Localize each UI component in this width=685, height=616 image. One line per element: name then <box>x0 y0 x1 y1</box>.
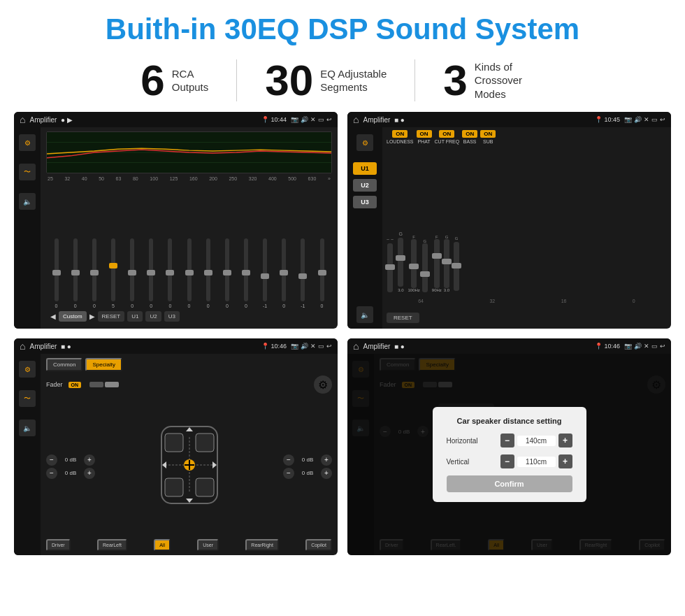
eq-icon-2[interactable]: ⚙ <box>356 134 373 151</box>
u1-btn[interactable]: U1 <box>353 162 377 175</box>
dialog-overlay: Car speaker distance setting Horizontal … <box>347 354 671 555</box>
home-icon[interactable]: ⌂ <box>20 114 25 125</box>
home-icon-3[interactable]: ⌂ <box>20 341 25 352</box>
fader-on-toggle[interactable]: ON <box>68 382 82 388</box>
vol-rl-plus[interactable]: + <box>84 468 95 479</box>
driver-button[interactable]: Driver <box>46 539 71 551</box>
eq-slider-4[interactable]: 5 <box>104 238 122 308</box>
vol-fr-value: 0 dB <box>297 457 318 463</box>
home-icon-2[interactable]: ⌂ <box>353 114 359 125</box>
stat-crossover: 3 Kinds ofCrossover Modes <box>415 59 572 102</box>
u1-button-eq[interactable]: U1 <box>127 311 143 322</box>
custom-button[interactable]: Custom <box>59 311 87 322</box>
vol-fl-minus[interactable]: − <box>46 454 57 466</box>
eq-slider-15[interactable]: 0 <box>313 238 331 308</box>
cutfreq-label: CUT FREQ <box>435 139 460 144</box>
fader-controls: − 0 dB + − 0 dB + <box>46 398 332 535</box>
horizontal-plus[interactable]: + <box>558 434 572 447</box>
loudness-toggle[interactable]: ON LOUDNESS <box>387 130 414 144</box>
status-icons-2: 📷 🔊 ✕ ▭ ↩ <box>624 116 665 123</box>
eq-slider-13[interactable]: 0 <box>275 238 293 308</box>
speaker-icon-3[interactable]: 🔈 <box>19 420 36 436</box>
all-button[interactable]: All <box>154 539 171 551</box>
vol-rr-minus[interactable]: − <box>283 468 294 479</box>
stat-eq: 30 EQ AdjustableSegments <box>237 59 414 102</box>
next-icon[interactable]: ▶ <box>89 313 95 320</box>
amp-main: ON LOUDNESS ON PHAT ON CUT FREQ ON BASS <box>382 127 671 329</box>
eq-slider-5[interactable]: 0 <box>124 238 141 308</box>
wave-icon[interactable]: 〜 <box>19 164 36 180</box>
prev-icon[interactable]: ◀ <box>50 313 56 320</box>
camera-icon-3: 📷 <box>291 343 298 350</box>
eq-slider-3[interactable]: 0 <box>85 238 103 308</box>
eq-slider-8[interactable]: 0 <box>180 238 198 308</box>
user-button[interactable]: User <box>197 539 219 551</box>
eq-slider-12[interactable]: -1 <box>257 238 274 308</box>
vol-fl-value: 0 dB <box>60 457 81 463</box>
status-bar-1: ⌂ Amplifier ● ▶ 📍 10:44 📷 🔊 ✕ ▭ ↩ <box>14 112 338 127</box>
vol-fr-plus[interactable]: + <box>321 454 332 466</box>
back-icon[interactable]: ↩ <box>326 116 332 123</box>
rearleft-button[interactable]: RearLeft <box>97 539 127 551</box>
horizontal-minus[interactable]: − <box>500 434 514 447</box>
phat-toggle[interactable]: ON PHAT <box>417 130 432 144</box>
vol-rl-minus[interactable]: − <box>46 468 57 479</box>
fader-text: Fader <box>46 381 63 388</box>
vol-fl-plus[interactable]: + <box>84 454 95 466</box>
vol-rr-plus[interactable]: + <box>321 468 332 479</box>
horizontal-label: Horizontal <box>447 437 489 445</box>
eq-slider-1[interactable]: 0 <box>48 238 65 308</box>
svg-rect-5 <box>165 434 183 452</box>
screen1-title: Amplifier ● ▶ <box>29 116 257 124</box>
reset-button-eq[interactable]: RESET <box>98 311 125 322</box>
eq-slider-2[interactable]: 0 <box>66 238 84 308</box>
reset-button-amp[interactable]: RESET <box>387 313 419 323</box>
eq-sliders: 0 0 0 5 0 0 0 0 0 0 0 -1 0 -1 0 <box>46 184 332 308</box>
eq-slider-7[interactable]: 0 <box>161 238 179 308</box>
speaker-icon-2[interactable]: 🔈 <box>356 306 373 323</box>
back-icon-3[interactable]: ↩ <box>326 343 332 350</box>
dialog-horizontal-row: Horizontal − 140cm + <box>447 434 572 447</box>
eq-icon[interactable]: ⚙ <box>19 134 36 151</box>
eq-slider-14[interactable]: -1 <box>294 238 312 308</box>
eq-slider-11[interactable]: 0 <box>237 238 254 308</box>
eq-icon-3[interactable]: ⚙ <box>19 361 36 378</box>
eq-slider-9[interactable]: 0 <box>199 238 217 308</box>
eq-freq-labels: 25 32 40 50 63 80 100 125 160 200 250 32… <box>46 176 332 181</box>
speaker-icon[interactable]: 🔈 <box>19 193 36 210</box>
dialog-title: Car speaker distance setting <box>447 417 572 425</box>
vertical-plus[interactable]: + <box>558 454 572 468</box>
home-icon-4[interactable]: ⌂ <box>353 341 359 352</box>
tab-common[interactable]: Common <box>46 358 82 371</box>
vertical-minus[interactable]: − <box>500 454 514 468</box>
copilot-button[interactable]: Copilot <box>305 539 332 551</box>
bass-toggle[interactable]: ON BASS <box>462 130 477 144</box>
u3-button-eq[interactable]: U3 <box>164 311 180 322</box>
cutfreq-toggle[interactable]: ON CUT FREQ <box>435 130 460 144</box>
u3-btn[interactable]: U3 <box>353 196 377 208</box>
back-icon-2[interactable]: ↩ <box>660 116 665 123</box>
u2-button-eq[interactable]: U2 <box>145 311 161 322</box>
eq-graph <box>46 131 332 173</box>
wave-icon-3[interactable]: 〜 <box>19 390 36 407</box>
screen3-content: ⚙ 〜 🔈 Common Specialty Fader ON ⚙ <box>14 354 338 555</box>
settings-icon[interactable]: ⚙ <box>314 375 332 394</box>
camera-icon-2: 📷 <box>624 116 632 123</box>
close-icon-4: ✕ <box>644 343 649 350</box>
screen1-time: 📍 10:44 <box>261 116 287 123</box>
svg-rect-7 <box>165 478 183 496</box>
vol-fr-minus[interactable]: − <box>283 454 294 466</box>
eq-slider-6[interactable]: 0 <box>143 238 160 308</box>
eq-slider-10[interactable]: 0 <box>218 238 236 308</box>
vol-rr-value: 0 dB <box>297 470 318 476</box>
confirm-button[interactable]: Confirm <box>447 475 572 492</box>
tab-specialty[interactable]: Specialty <box>85 358 122 371</box>
svg-marker-14 <box>186 427 193 431</box>
u2-btn[interactable]: U2 <box>353 179 377 192</box>
sub-toggle[interactable]: ON SUB <box>480 130 496 144</box>
back-icon-4[interactable]: ↩ <box>660 343 665 350</box>
fader-bottom: Driver RearLeft All User RearRight Copil… <box>46 539 332 551</box>
dialog-vertical-row: Vertical − 110cm + <box>447 454 572 468</box>
screen-eq: ⌂ Amplifier ● ▶ 📍 10:44 📷 🔊 ✕ ▭ ↩ ⚙ 〜 🔈 <box>14 112 338 329</box>
rearright-button[interactable]: RearRight <box>245 539 279 551</box>
